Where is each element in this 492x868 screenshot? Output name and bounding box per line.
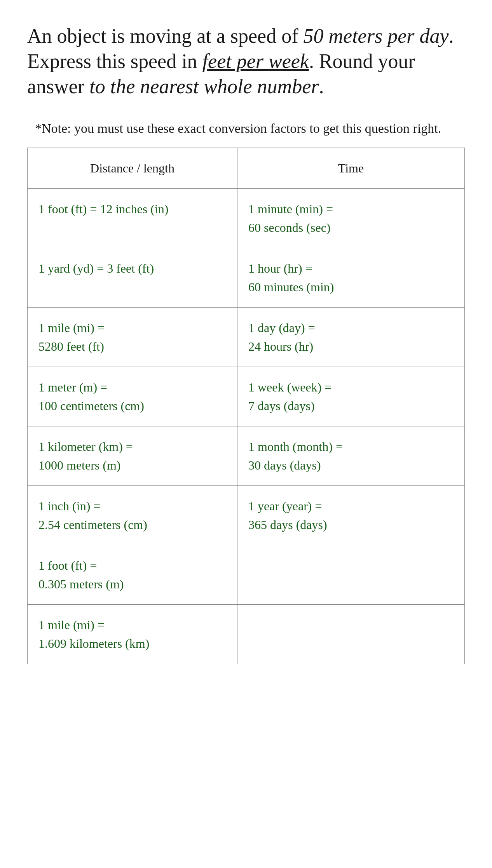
speed-value: 50 meters per day bbox=[304, 25, 449, 47]
distance-cell: 1 mile (mi) = 1.609 kilometers (km) bbox=[28, 605, 237, 664]
note-text: *Note: you must use these exact conversi… bbox=[35, 118, 465, 138]
time-cell: 1 day (day) = 24 hours (hr) bbox=[237, 308, 465, 367]
distance-cell: 1 meter (m) = 100 centimeters (cm) bbox=[28, 367, 237, 426]
distance-cell: 1 foot (ft) = 0.305 meters (m) bbox=[28, 545, 237, 605]
table-row: 1 yard (yd) = 3 feet (ft)1 hour (hr) = 6… bbox=[28, 248, 465, 308]
round-instruction: to the nearest whole number bbox=[89, 75, 319, 97]
conversion-table: Distance / length Time 1 foot (ft) = 12 … bbox=[27, 148, 465, 664]
time-cell bbox=[237, 605, 465, 664]
time-cell: 1 year (year) = 365 days (days) bbox=[237, 486, 465, 545]
distance-cell: 1 inch (in) = 2.54 centimeters (cm) bbox=[28, 486, 237, 545]
table-row: 1 foot (ft) = 12 inches (in)1 minute (mi… bbox=[28, 189, 465, 248]
time-cell: 1 minute (min) = 60 seconds (sec) bbox=[237, 189, 465, 248]
table-row: 1 inch (in) = 2.54 centimeters (cm)1 yea… bbox=[28, 486, 465, 545]
time-cell bbox=[237, 545, 465, 605]
table-row: 1 mile (mi) = 5280 feet (ft)1 day (day) … bbox=[28, 308, 465, 367]
table-row: 1 kilometer (km) = 1000 meters (m)1 mont… bbox=[28, 426, 465, 486]
header-time: Time bbox=[237, 148, 465, 189]
header-distance: Distance / length bbox=[28, 148, 237, 189]
time-cell: 1 week (week) = 7 days (days) bbox=[237, 367, 465, 426]
distance-cell: 1 mile (mi) = 5280 feet (ft) bbox=[28, 308, 237, 367]
question-intro: An object is moving at a speed of bbox=[27, 25, 304, 47]
table-row: 1 meter (m) = 100 centimeters (cm)1 week… bbox=[28, 367, 465, 426]
question-text: An object is moving at a speed of 50 met… bbox=[27, 23, 465, 99]
distance-cell: 1 foot (ft) = 12 inches (in) bbox=[28, 189, 237, 248]
table-row: 1 foot (ft) = 0.305 meters (m) bbox=[28, 545, 465, 605]
target-unit: feet per week bbox=[202, 50, 309, 72]
question-period: . bbox=[319, 75, 324, 97]
table-row: 1 mile (mi) = 1.609 kilometers (km) bbox=[28, 605, 465, 664]
time-cell: 1 hour (hr) = 60 minutes (min) bbox=[237, 248, 465, 308]
time-cell: 1 month (month) = 30 days (days) bbox=[237, 426, 465, 486]
distance-cell: 1 kilometer (km) = 1000 meters (m) bbox=[28, 426, 237, 486]
distance-cell: 1 yard (yd) = 3 feet (ft) bbox=[28, 248, 237, 308]
